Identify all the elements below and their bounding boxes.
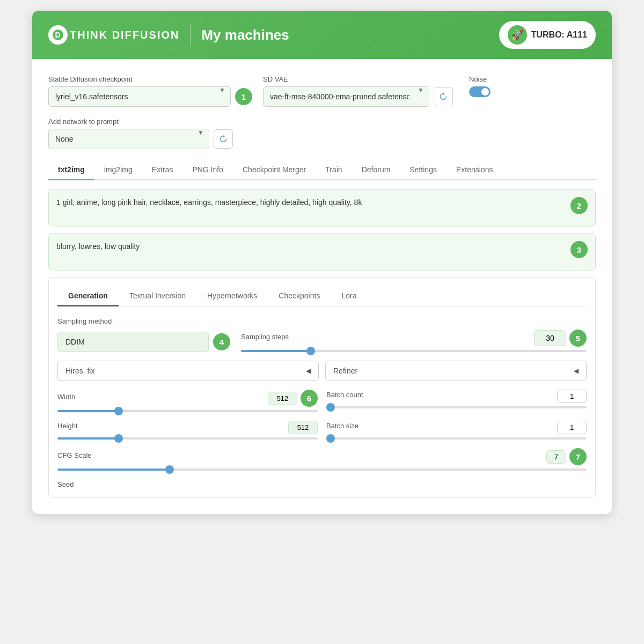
logo-text: THINK DIFFUSION [70, 29, 179, 41]
vae-group: SD VAE vae-ft-mse-840000-ema-pruned.safe… [263, 75, 453, 107]
checkpoint-label: Stable Diffusion checkpoint [48, 75, 252, 83]
vae-select[interactable]: vae-ft-mse-840000-ema-pruned.safetensors [263, 86, 429, 107]
sampling-method-group: Sampling method DDIM 4 [57, 317, 230, 352]
batch-size-label: Batch size [326, 422, 358, 430]
dims-grid: Width 512 6 Batch count 1 [57, 390, 587, 440]
network-select[interactable]: None [48, 129, 209, 149]
sampling-badge: 4 [213, 333, 230, 350]
refiner-label: Refiner [333, 367, 357, 375]
width-group: Width 512 6 [57, 390, 318, 412]
width-label: Width [57, 393, 75, 401]
sampling-method-label: Sampling method [57, 317, 230, 325]
network-group: Add network to prompt None ▼ [48, 118, 596, 149]
sampling-steps-label: Sampling steps [241, 333, 289, 341]
tab-txt2img[interactable]: txt2img [48, 160, 94, 180]
batch-count-value: 1 [557, 390, 587, 403]
main-content: Stable Diffusion checkpoint lyriel_v16.s… [32, 59, 612, 514]
tab-extensions[interactable]: Extensions [447, 160, 502, 180]
ddim-value: DDIM [57, 332, 209, 352]
noise-toggle[interactable] [469, 86, 491, 97]
extras-row: Hires. fix ◀ Refiner ◀ [57, 361, 587, 381]
sampling-steps-value: 30 [534, 330, 566, 346]
negative-prompt-badge: 3 [570, 241, 588, 258]
gen-tab-lora[interactable]: Lora [331, 286, 367, 306]
checkpoint-badge: 1 [235, 88, 252, 105]
negative-prompt-text: blurry, lowres, low quality [56, 241, 570, 252]
page-title: My machines [201, 27, 289, 43]
positive-prompt-area[interactable]: 1 girl, anime, long pink hair, necklace,… [48, 189, 596, 226]
logo-icon: D [48, 25, 68, 45]
checkpoint-wrapper: lyriel_v16.safetensors ▼ 1 [48, 86, 252, 107]
tab-train[interactable]: Train [316, 160, 352, 180]
logo: D THINK DIFFUSION [48, 25, 179, 45]
checkpoint-select[interactable]: lyriel_v16.safetensors [48, 86, 231, 107]
height-group: Height 512 [57, 421, 318, 440]
network-refresh-button[interactable] [214, 129, 233, 149]
hires-fix-label: Hires. fix [65, 367, 94, 375]
batch-size-header: Batch size 1 [326, 421, 587, 434]
vae-label: SD VAE [263, 75, 453, 83]
cfg-header: CFG Scale 7 7 [57, 448, 587, 465]
gen-tab-textual-inversion[interactable]: Textual Inversion [119, 286, 196, 306]
tab-checkpoint-merger[interactable]: Checkpoint Merger [233, 160, 316, 180]
network-wrapper: None ▼ [48, 129, 596, 149]
seed-row: Seed [57, 479, 587, 489]
positive-prompt-text: 1 girl, anime, long pink hair, necklace,… [56, 197, 570, 208]
width-value: 512 [268, 392, 297, 405]
sampling-steps-group: Sampling steps 30 5 [241, 330, 587, 352]
main-tabs: txt2img img2img Extras PNG Info Checkpoi… [48, 160, 596, 180]
height-label: Height [57, 422, 78, 430]
height-value: 512 [288, 421, 318, 434]
vae-wrapper: vae-ft-mse-840000-ema-pruned.safetensors… [263, 86, 453, 107]
gen-tab-checkpoints[interactable]: Checkpoints [268, 286, 331, 306]
rocket-icon: 🚀 [511, 29, 523, 41]
noise-group: Noise [469, 75, 491, 97]
logo-divider [190, 24, 191, 46]
steps-badge: 5 [569, 330, 587, 347]
generation-panel: Generation Textual Inversion Hypernetwor… [48, 277, 596, 498]
gen-tab-hypernetworks[interactable]: Hypernetworks [196, 286, 268, 306]
seed-label: Seed [57, 480, 74, 488]
positive-prompt-badge: 2 [570, 197, 588, 214]
gen-tabs: Generation Textual Inversion Hypernetwor… [57, 286, 587, 306]
vae-refresh-button[interactable] [434, 87, 453, 106]
tab-img2img[interactable]: img2img [94, 160, 142, 180]
cfg-value: 7 [546, 450, 566, 464]
gen-tab-generation[interactable]: Generation [57, 286, 119, 306]
height-slider[interactable] [57, 437, 318, 440]
header-right: 🚀 TURBO: A111 [499, 21, 596, 49]
cfg-badge: 7 [569, 448, 587, 465]
refiner-box[interactable]: Refiner ◀ [325, 361, 587, 381]
cfg-label: CFG Scale [57, 451, 92, 459]
network-label: Add network to prompt [48, 118, 596, 126]
cfg-slider[interactable] [57, 469, 587, 471]
tab-extras[interactable]: Extras [142, 160, 183, 180]
width-slider[interactable] [57, 410, 318, 412]
dim-badge: 6 [301, 390, 318, 407]
batch-count-label: Batch count [326, 391, 363, 399]
noise-label: Noise [469, 75, 491, 83]
top-controls-row: Stable Diffusion checkpoint lyriel_v16.s… [48, 75, 596, 107]
turbo-label: TURBO: A111 [531, 30, 587, 40]
sampling-row: Sampling method DDIM 4 Sampling steps 30… [57, 317, 587, 352]
batch-size-group: Batch size 1 [326, 421, 587, 440]
batch-size-slider[interactable] [326, 437, 587, 440]
batch-count-header: Batch count 1 [326, 390, 587, 403]
tab-deforum[interactable]: Deforum [352, 160, 400, 180]
batch-size-value: 1 [557, 421, 587, 434]
header: D THINK DIFFUSION My machines 🚀 TURBO: A… [32, 11, 612, 59]
turbo-badge: 🚀 TURBO: A111 [499, 21, 596, 49]
hires-arrow-icon: ◀ [306, 367, 311, 375]
refiner-arrow-icon: ◀ [574, 367, 579, 375]
batch-count-group: Batch count 1 [326, 390, 587, 412]
svg-text:D: D [55, 31, 61, 39]
hires-fix-box[interactable]: Hires. fix ◀ [57, 361, 319, 381]
tab-settings[interactable]: Settings [400, 160, 447, 180]
turbo-icon: 🚀 [508, 25, 527, 45]
batch-count-slider[interactable] [326, 406, 587, 408]
sampling-steps-slider[interactable] [241, 350, 587, 352]
tab-pnginfo[interactable]: PNG Info [182, 160, 233, 180]
height-header: Height 512 [57, 421, 318, 434]
width-header: Width 512 6 [57, 390, 318, 407]
negative-prompt-area[interactable]: blurry, lowres, low quality 3 [48, 233, 596, 270]
